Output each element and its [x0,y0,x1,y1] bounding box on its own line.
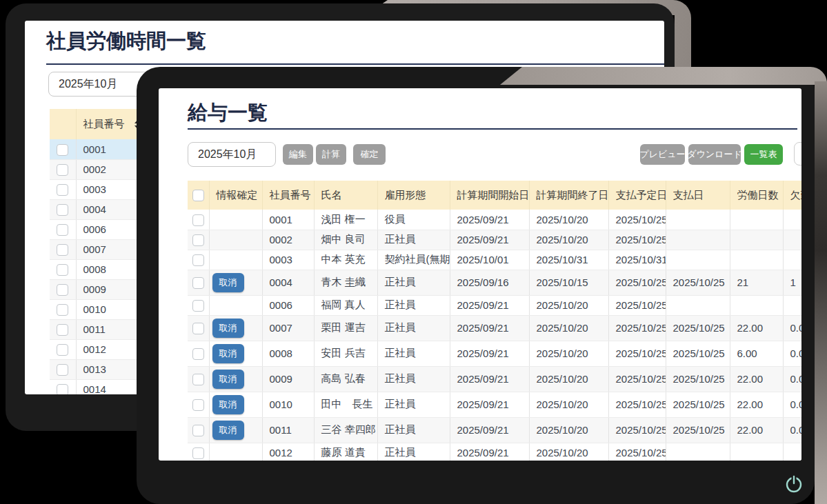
employee-name: 畑中 良司 [314,230,377,250]
hours-row-checkbox[interactable] [57,304,68,316]
salary-row-checkbox[interactable] [192,447,204,459]
salary-row-checkbox-cell [188,210,209,230]
hours-row-checkbox[interactable] [57,184,68,196]
salary-row-checkbox-cell [188,230,209,250]
salary-row-checkbox-cell [188,443,209,461]
salary-row-checkbox[interactable] [192,374,204,385]
period-end: 2025/10/20 [529,295,608,315]
cancel-button[interactable]: 取消 [212,395,244,414]
hours-row-checkbox-cell [50,159,76,179]
salary-table-header-row: 情報確定社員番号氏名雇用形態計算期間開始日計算期間終了日支払予定日支払日労働日数… [188,181,801,210]
period-start: 2025/09/21 [450,210,529,230]
hours-row-checkbox[interactable] [57,364,68,376]
pay-due-date: 2025/10/25 [608,295,666,315]
preview-button[interactable]: プレビュー [640,144,685,165]
salary-row-checkbox[interactable] [192,254,204,266]
clipped-toolbar-button[interactable] [794,142,801,165]
employee-number: 0003 [262,250,314,270]
cancel-button[interactable]: 取消 [212,370,244,389]
salary-row-0011: 取消0011三谷 幸四郎正社員2025/09/212025/10/202025/… [188,417,801,443]
salary-row-checkbox[interactable] [192,348,204,360]
hours-row-checkbox-cell [50,319,76,339]
salary-row-checkbox[interactable] [192,323,204,334]
edit-button[interactable]: 編集 [283,144,313,165]
hours-row-checkbox[interactable] [57,324,68,336]
hours-row-checkbox-cell [50,139,76,159]
calculate-button[interactable]: 計算 [316,144,346,165]
download-button[interactable]: ダウンロード [688,144,741,165]
hours-row-checkbox[interactable] [57,244,68,256]
info-confirmed-cell: 取消 [209,341,262,366]
period-end: 2025/10/20 [529,366,608,392]
pay-due-date: 2025/10/25 [608,341,666,366]
period-end: 2025/10/20 [529,315,608,341]
hours-row-checkbox[interactable] [57,344,68,356]
salary-header-col-10: 欠勤日数 [783,181,801,210]
period-start: 2025/09/21 [450,366,529,392]
period-end: 2025/10/31 [529,250,608,270]
employment-type: 正社員 [377,341,450,366]
work-days [730,210,783,230]
period-start: 2025/09/21 [450,443,529,461]
salary-row-0003: 0003中本 英充契約社員(無期)2025/10/012025/10/31202… [188,250,801,270]
salary-row-checkbox[interactable] [192,399,204,411]
salary-row-checkbox[interactable] [192,277,204,289]
salary-period-select[interactable]: 2025年10月 [188,142,276,167]
salary-row-checkbox-cell [188,270,209,295]
employee-number: 0001 [262,210,314,230]
absence-days [783,250,801,270]
employee-number: 0010 [262,392,314,417]
employee-number: 0008 [262,341,314,366]
employee-name: 田中 長生 [314,392,377,417]
salary-row-checkbox-cell [188,250,209,270]
salary-page-title: 給与一覧 [188,99,268,127]
employee-name: 藤原 道貴 [314,443,377,461]
pay-date [666,295,730,315]
period-end: 2025/10/20 [529,341,608,366]
period-end: 2025/10/20 [529,230,608,250]
salary-row-checkbox-cell [188,295,209,315]
salary-row-checkbox[interactable] [192,234,204,246]
absence-days [783,210,801,230]
hours-row-checkbox[interactable] [57,224,68,236]
hours-row-checkbox[interactable] [57,144,68,156]
hours-row-checkbox[interactable] [57,284,68,296]
cancel-button[interactable]: 取消 [212,421,244,440]
pay-date: 2025/10/25 [666,366,730,392]
salary-row-0009: 取消0009高島 弘春正社員2025/09/212025/10/202025/1… [188,366,801,392]
hours-row-checkbox-cell [50,219,76,239]
salary-row-checkbox[interactable] [192,425,204,436]
salary-header-col-3: 氏名 [314,181,377,210]
employee-number: 0002 [262,230,314,250]
employee-number: 0006 [262,295,314,315]
pay-due-date: 2025/10/25 [608,315,666,341]
list-report-button[interactable]: 一覧表 [744,144,783,165]
work-days [730,443,783,461]
hours-row-checkbox-cell [50,279,76,299]
hours-row-checkbox[interactable] [57,164,68,176]
confirm-button[interactable]: 確定 [353,144,386,165]
cancel-button[interactable]: 取消 [212,319,244,338]
pay-due-date: 2025/10/25 [608,230,666,250]
info-confirmed-cell: 取消 [209,392,262,417]
hours-row-checkbox[interactable] [57,204,68,216]
hours-row-checkbox[interactable] [57,264,68,276]
period-start: 2025/10/01 [450,250,529,270]
salary-row-checkbox[interactable] [192,214,204,226]
work-days [730,250,783,270]
info-confirmed-cell: 取消 [209,315,262,341]
salary-header-col-1: 情報確定 [209,181,262,210]
hours-row-checkbox[interactable] [57,384,68,394]
period-end: 2025/10/15 [529,270,608,295]
info-confirmed-cell [209,295,262,315]
absence-days [783,443,801,461]
employee-name: 安田 兵吉 [314,341,377,366]
cancel-button[interactable]: 取消 [212,344,244,363]
cancel-button[interactable]: 取消 [212,273,244,292]
period-start: 2025/09/21 [450,295,529,315]
salary-row-0008: 取消0008安田 兵吉正社員2025/09/212025/10/202025/1… [188,341,801,366]
salary-select-all-checkbox[interactable] [192,190,204,201]
salary-table: 情報確定社員番号氏名雇用形態計算期間開始日計算期間終了日支払予定日支払日労働日数… [188,181,801,461]
salary-row-checkbox[interactable] [192,300,204,312]
salary-row-0012: 0012藤原 道貴正社員2025/09/212025/10/202025/10/… [188,443,801,461]
